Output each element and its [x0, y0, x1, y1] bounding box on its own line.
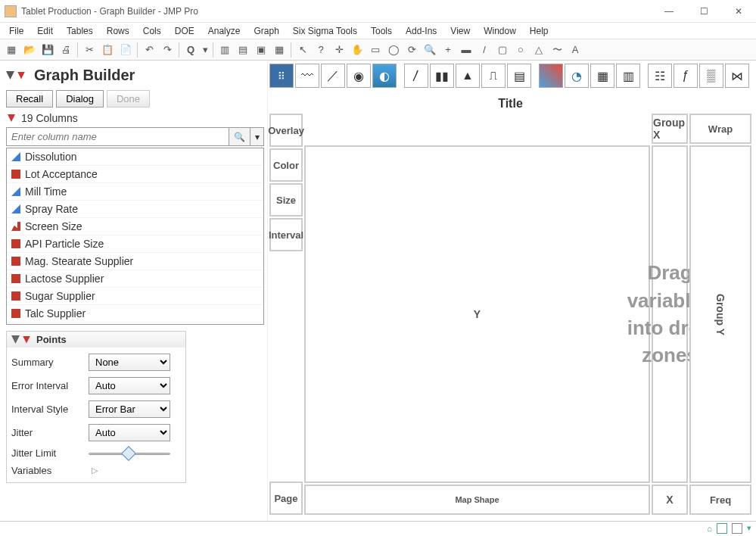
caption-chart-icon[interactable]: ☷: [648, 64, 672, 88]
line-fit-chart-icon[interactable]: ／: [321, 64, 345, 88]
contour-chart-icon[interactable]: ◐: [372, 64, 397, 88]
canvas-title[interactable]: Title: [268, 94, 753, 114]
tool-copy-icon[interactable]: 📋: [99, 42, 116, 58]
drop-color[interactable]: Color: [269, 148, 303, 182]
menu-tools[interactable]: Tools: [365, 24, 398, 38]
menu-tables[interactable]: Tables: [61, 24, 99, 38]
menu-addins[interactable]: Add-Ins: [400, 24, 443, 38]
drop-wrap[interactable]: Wrap: [689, 114, 751, 144]
column-item[interactable]: Mag. Stearate Supplier: [7, 253, 263, 270]
column-item[interactable]: Talc Supplier: [7, 305, 263, 323]
tool-print-icon[interactable]: 🖨: [58, 42, 74, 58]
column-list[interactable]: DissolutionLot AcceptanceMill TimeSpray …: [6, 148, 264, 325]
tool-crosshair-icon[interactable]: +: [440, 42, 456, 58]
close-button[interactable]: ✕: [721, 0, 756, 23]
menu-window[interactable]: Window: [478, 24, 522, 38]
jitter-select[interactable]: Auto: [89, 424, 170, 441]
drop-groupx[interactable]: Group X: [652, 114, 688, 144]
tool-freehand-icon[interactable]: 〜: [549, 42, 565, 58]
ellipse-chart-icon[interactable]: ◉: [347, 64, 371, 88]
tool-rect-icon[interactable]: ▢: [494, 42, 511, 58]
map-chart-icon[interactable]: ▒: [699, 64, 723, 88]
menu-edit[interactable]: Edit: [31, 24, 59, 38]
column-search-input[interactable]: [6, 127, 229, 146]
menu-analyze[interactable]: Analyze: [202, 24, 247, 38]
tool-line-icon[interactable]: /: [476, 42, 493, 58]
tool-rotate-icon[interactable]: ⟳: [403, 42, 420, 58]
column-item[interactable]: Sugar Supplier: [7, 288, 263, 305]
tool-text-icon[interactable]: A: [567, 42, 583, 58]
variables-expand-icon[interactable]: ▷: [89, 466, 98, 475]
drop-x[interactable]: X: [652, 485, 688, 515]
bar-chart-icon[interactable]: ▮▮: [430, 64, 454, 88]
tool-chart-icon[interactable]: ▣: [253, 42, 269, 58]
tool-undo-icon[interactable]: ↶: [141, 42, 157, 58]
points-menu-icon[interactable]: [23, 336, 30, 344]
tool-group-icon[interactable]: ▤: [235, 42, 251, 58]
drop-freq[interactable]: Freq: [689, 485, 751, 515]
status-dropdown-icon[interactable]: ▾: [747, 523, 751, 533]
points-chart-icon[interactable]: ፧፧: [269, 64, 294, 88]
area-chart-icon[interactable]: ▲: [456, 64, 480, 88]
tool-save-icon[interactable]: 💾: [39, 42, 56, 58]
drop-groupy[interactable]: Group Y: [689, 145, 751, 483]
menu-sixsigma[interactable]: Six Sigma Tools: [287, 24, 363, 38]
menu-doe[interactable]: DOE: [169, 24, 201, 38]
tool-paste-icon[interactable]: 📄: [117, 42, 134, 58]
recall-button[interactable]: Recall: [6, 90, 53, 108]
col-menu-icon[interactable]: [8, 114, 15, 122]
tool-ruler-icon[interactable]: ▬: [458, 42, 474, 58]
menu-rows[interactable]: Rows: [101, 24, 135, 38]
dialog-button[interactable]: Dialog: [56, 90, 104, 108]
interval-style-select[interactable]: Error Bar: [89, 400, 170, 418]
menu-red-icon[interactable]: [17, 72, 25, 79]
column-item[interactable]: Lot Acceptance: [7, 166, 263, 183]
formula-chart-icon[interactable]: ƒ: [674, 64, 698, 88]
column-item[interactable]: API Particle Size: [7, 235, 263, 253]
heatmap-chart-icon[interactable]: [539, 64, 563, 88]
mosaic-chart-icon[interactable]: ▥: [616, 64, 640, 88]
tool-open-icon[interactable]: 📂: [21, 42, 38, 58]
column-item[interactable]: Dissolution: [7, 148, 263, 166]
tool-panel-icon[interactable]: ▦: [271, 42, 288, 58]
treemap-chart-icon[interactable]: ▦: [590, 64, 614, 88]
drop-page[interactable]: Page: [269, 481, 303, 515]
jitter-limit-slider[interactable]: [89, 448, 170, 459]
status-box-icon[interactable]: [717, 523, 727, 534]
smoother-chart-icon[interactable]: 〰: [295, 64, 319, 88]
drop-size[interactable]: Size: [269, 183, 303, 217]
column-item[interactable]: Lactose Supplier: [7, 270, 263, 288]
boxplot-chart-icon[interactable]: ⎍: [481, 64, 506, 88]
search-dropdown-icon[interactable]: ▾: [250, 127, 264, 146]
drop-mapshape[interactable]: Map Shape: [304, 485, 650, 515]
menu-cols[interactable]: Cols: [137, 24, 167, 38]
tool-magnifier-icon[interactable]: 🔍: [422, 42, 438, 58]
status-home-icon[interactable]: ⌂: [707, 524, 712, 533]
tool-help-icon[interactable]: ?: [313, 42, 329, 58]
done-button[interactable]: Done: [107, 90, 150, 108]
search-icon[interactable]: 🔍: [229, 127, 250, 146]
pie-chart-icon[interactable]: ◔: [565, 64, 589, 88]
tool-brush-icon[interactable]: ▭: [367, 42, 384, 58]
menu-file[interactable]: File: [3, 24, 30, 38]
status-box2-icon[interactable]: [732, 523, 742, 534]
minimize-button[interactable]: —: [652, 0, 686, 23]
column-item[interactable]: Mill Time: [7, 183, 263, 201]
tool-arrow-icon[interactable]: ↖: [294, 42, 311, 58]
tool-new-icon[interactable]: ▦: [3, 42, 20, 58]
tool-lasso-icon[interactable]: ◯: [385, 42, 402, 58]
tool-poly-icon[interactable]: △: [530, 42, 547, 58]
tool-zoom-icon[interactable]: Q: [182, 42, 199, 58]
tool-zoom-dropdown-icon[interactable]: ▾: [201, 42, 210, 58]
summary-select[interactable]: None: [89, 354, 170, 371]
drop-overlay[interactable]: Overlay: [269, 114, 303, 147]
drop-y[interactable]: Y: [304, 145, 650, 483]
tool-oval-icon[interactable]: ○: [512, 42, 529, 58]
drop-interval[interactable]: Interval: [269, 218, 303, 251]
tool-table-icon[interactable]: ▥: [216, 42, 233, 58]
tool-redo-icon[interactable]: ↷: [159, 42, 176, 58]
histogram-chart-icon[interactable]: ▤: [507, 64, 531, 88]
error-interval-select[interactable]: Auto: [89, 377, 170, 394]
tool-cut-icon[interactable]: ✂: [81, 42, 98, 58]
drop-center[interactable]: Drag variables into drop zones: [652, 145, 688, 483]
